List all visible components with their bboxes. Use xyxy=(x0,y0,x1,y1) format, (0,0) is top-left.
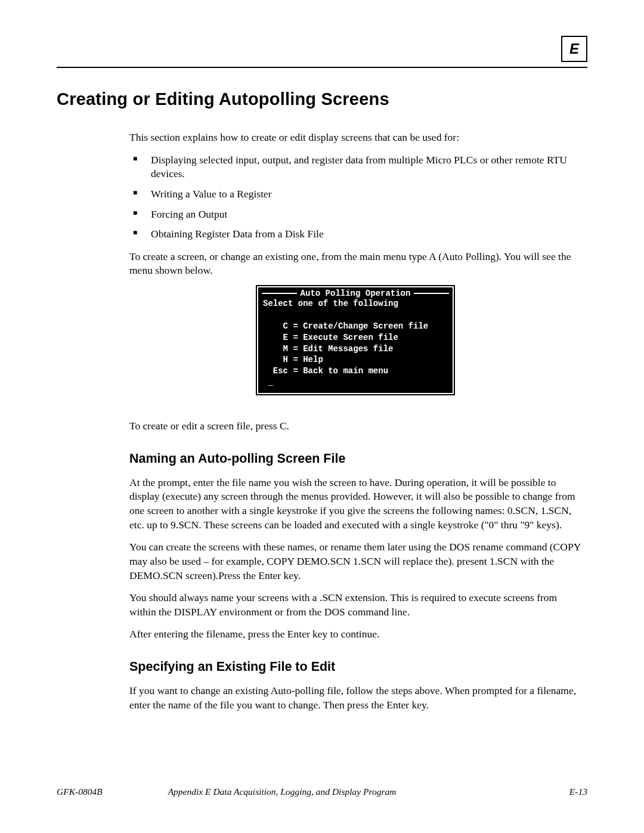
terminal-rule-left xyxy=(262,293,297,294)
terminal-body: Select one of the following C = Create/C… xyxy=(258,298,453,393)
page-footer: GFK-0804B Appendix E Data Acquisition, L… xyxy=(57,786,587,797)
page: E Creating or Editing Autopolling Screen… xyxy=(0,0,644,833)
header-row: E xyxy=(57,36,587,62)
body-paragraph: You can create the screens with these na… xyxy=(129,540,581,583)
terminal-rule-right xyxy=(414,293,449,294)
list-item: Writing a Value to a Register xyxy=(129,187,581,202)
section-heading: Naming an Auto-polling Screen File xyxy=(129,451,581,466)
footer-page-number: E-13 xyxy=(569,786,587,797)
body-paragraph: To create or edit a screen file, press C… xyxy=(129,419,581,433)
section-badge: E xyxy=(561,36,587,62)
footer-appendix: Appendix E Data Acquisition, Logging, an… xyxy=(168,786,569,797)
body-paragraph: After entering the filename, press the E… xyxy=(129,627,581,642)
list-item: Forcing an Output xyxy=(129,208,581,222)
body-paragraph: At the prompt, enter the file name you w… xyxy=(129,476,581,532)
terminal-title: Auto Polling Operation xyxy=(297,289,414,298)
intro-paragraph: This section explains how to create or e… xyxy=(129,131,581,145)
terminal-title-row: Auto Polling Operation xyxy=(258,287,453,298)
body-paragraph: If you want to change an existing Auto-p… xyxy=(129,684,581,712)
terminal-box: Auto Polling Operation Select one of the… xyxy=(257,286,454,394)
body-paragraph: You should always name your screens with… xyxy=(129,591,581,619)
header-rule xyxy=(57,67,587,68)
list-item: Obtaining Register Data from a Disk File xyxy=(129,227,581,241)
body-paragraph: To create a screen, or change an existin… xyxy=(129,250,581,278)
terminal-screenshot: Auto Polling Operation Select one of the… xyxy=(129,286,581,394)
section-heading: Specifying an Existing File to Edit xyxy=(129,659,581,674)
footer-doc-id: GFK-0804B xyxy=(57,786,103,797)
list-item: Displaying selected input, output, and r… xyxy=(129,153,581,181)
bullet-list: Displaying selected input, output, and r… xyxy=(129,153,581,241)
page-title: Creating or Editing Autopolling Screens xyxy=(57,89,587,109)
content-body: This section explains how to create or e… xyxy=(129,131,581,712)
